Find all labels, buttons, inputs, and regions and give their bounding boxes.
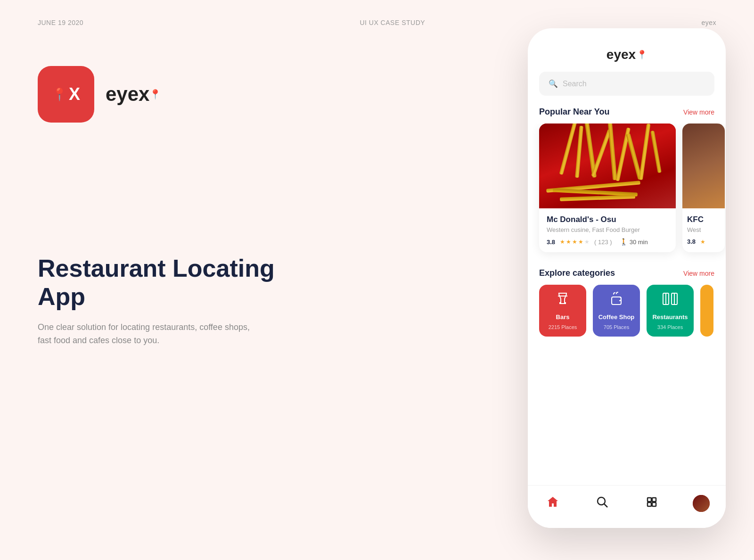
- mcdonalds-rating: 3.8: [547, 239, 555, 246]
- nav-search[interactable]: [592, 493, 613, 514]
- brand-name-text: eyex: [106, 83, 149, 106]
- phone-brand: eyex 📍: [606, 47, 647, 62]
- kfc-rating: 3.8: [687, 238, 696, 245]
- svg-rect-9: [652, 498, 656, 502]
- svg-point-6: [598, 497, 605, 505]
- svg-rect-8: [647, 498, 651, 502]
- mcdonalds-image: [539, 124, 676, 208]
- nav-profile[interactable]: [691, 493, 712, 514]
- header-title: UI UX CASE STUDY: [360, 19, 425, 26]
- left-section: 📍 X eyex 📍 Restaurant Locating App One c…: [38, 66, 283, 347]
- kfc-meta: 3.8 ★: [687, 238, 720, 245]
- mcdonalds-cuisine: Western cusine, Fast Food Burger: [547, 226, 668, 233]
- search-nav-icon: [596, 496, 608, 511]
- kfc-star-1: ★: [700, 239, 705, 245]
- category-bars[interactable]: Bars 2215 Places: [539, 285, 586, 337]
- home-icon: [546, 495, 559, 511]
- mcdonalds-name: Mc Donald's - Osu: [547, 215, 668, 224]
- explore-section-header: Explore categories View more: [528, 268, 726, 285]
- page-header: JUNE 19 2020 UI UX CASE STUDY eyex: [0, 0, 754, 26]
- restaurant-cards: Mc Donald's - Osu Western cusine, Fast F…: [528, 124, 726, 264]
- mcdonalds-stars: ★ ★ ★ ★ ★: [560, 239, 590, 245]
- phone-content: eyex 📍 🔍 Search Popular Near You View mo…: [528, 28, 726, 528]
- star-4: ★: [578, 239, 583, 245]
- svg-line-7: [604, 504, 607, 507]
- nav-menu[interactable]: [641, 493, 662, 514]
- menu-icon: [646, 496, 658, 511]
- delivery-time-text: 30 min: [630, 239, 648, 246]
- bars-name: Bars: [556, 313, 570, 321]
- kfc-name: KFC: [687, 215, 720, 224]
- restaurant-card-kfc[interactable]: KFC West 3.8 ★: [682, 124, 725, 252]
- explore-title: Explore categories: [539, 268, 615, 278]
- coffee-name: Coffee Shop: [598, 313, 635, 321]
- category-coffee[interactable]: Coffee Shop 705 Places: [593, 285, 640, 337]
- header-date: JUNE 19 2020: [38, 19, 83, 26]
- profile-avatar: [693, 495, 710, 512]
- brand-name-display: eyex 📍: [106, 83, 161, 106]
- kfc-stars: ★: [700, 239, 705, 245]
- svg-rect-11: [652, 502, 656, 506]
- phone-frame: eyex 📍 🔍 Search Popular Near You View mo…: [528, 28, 726, 528]
- brand-pin-icon: 📍: [149, 89, 161, 100]
- bars-count: 2215 Places: [549, 324, 577, 330]
- category-restaurants[interactable]: Restaurants 334 Places: [647, 285, 694, 337]
- phone-brand-text: eyex: [606, 47, 636, 62]
- search-placeholder: Search: [563, 80, 587, 88]
- phone-mockup: eyex 📍 🔍 Search Popular Near You View mo…: [528, 28, 726, 528]
- avatar-image: [693, 495, 710, 512]
- walk-icon: 🚶: [620, 238, 628, 246]
- header-brand: eyex: [701, 19, 716, 26]
- svg-rect-10: [647, 502, 651, 506]
- coffee-icon: [609, 291, 624, 310]
- star-2: ★: [566, 239, 571, 245]
- kfc-info: KFC West 3.8 ★: [682, 208, 725, 252]
- kfc-cuisine: West: [687, 226, 720, 233]
- popular-section-header: Popular Near You View more: [528, 107, 726, 124]
- page-title: Restaurant Locating App: [38, 255, 283, 311]
- coffee-count: 705 Places: [604, 324, 629, 330]
- bottom-nav: [528, 485, 726, 528]
- icon-x-letter: X: [69, 84, 80, 104]
- app-icon: 📍 X: [38, 66, 94, 123]
- mcdonalds-reviews: ( 123 ): [594, 239, 612, 246]
- search-icon: 🔍: [549, 79, 558, 88]
- brand-row: 📍 X eyex 📍: [38, 66, 283, 123]
- star-5: ★: [584, 239, 590, 245]
- search-bar[interactable]: 🔍 Search: [539, 72, 714, 96]
- star-3: ★: [572, 239, 577, 245]
- popular-view-more[interactable]: View more: [683, 108, 714, 116]
- restaurant-card-mcdonalds[interactable]: Mc Donald's - Osu Western cusine, Fast F…: [539, 124, 676, 252]
- phone-brand-pin: 📍: [637, 49, 647, 60]
- restaurant-icon: [662, 291, 679, 310]
- pin-icon: 📍: [52, 87, 67, 102]
- explore-view-more[interactable]: View more: [683, 270, 714, 277]
- phone-header: eyex 📍: [528, 28, 726, 72]
- bars-icon: [555, 291, 570, 310]
- mcdonalds-info: Mc Donald's - Osu Western cusine, Fast F…: [539, 208, 676, 252]
- explore-section: Explore categories View more Bars 2: [528, 264, 726, 344]
- restaurants-count: 334 Places: [657, 324, 683, 330]
- mcdonalds-delivery: 🚶 30 min: [620, 238, 648, 246]
- page-subtitle: One clear solution for locating restaura…: [38, 321, 254, 348]
- categories-list: Bars 2215 Places C: [528, 285, 726, 337]
- popular-title: Popular Near You: [539, 107, 609, 117]
- restaurants-name: Restaurants: [652, 313, 688, 321]
- mcdonalds-meta: 3.8 ★ ★ ★ ★ ★ ( 123 ) 🚶 30 m: [547, 238, 668, 246]
- category-partial[interactable]: [700, 285, 713, 337]
- star-1: ★: [560, 239, 565, 245]
- fries-visual: [539, 124, 676, 208]
- nav-home[interactable]: [542, 493, 563, 514]
